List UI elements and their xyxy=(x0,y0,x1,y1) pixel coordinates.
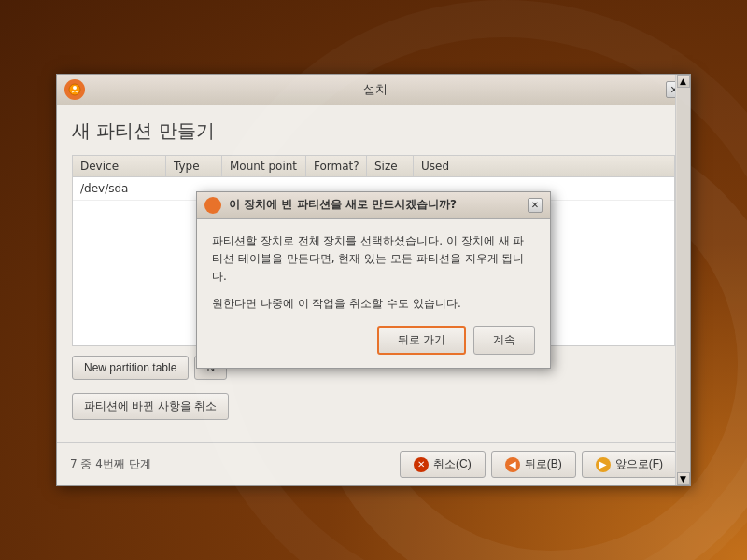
modal-overlay: 이 장치에 빈 파티션을 새로 만드시겠습니까? ✕ 파티션할 장치로 전체 장… xyxy=(57,75,690,485)
modal-back-button[interactable]: 뒤로 가기 xyxy=(377,326,466,355)
modal-text-1: 파티션할 장치로 전체 장치를 선택하셨습니다. 이 장치에 새 파티션 테이블… xyxy=(212,232,535,287)
main-window: 설치 ✕ 새 파티션 만들기 Device Type Mount point F… xyxy=(56,74,691,486)
modal-buttons: 뒤로 가기 계속 xyxy=(197,326,550,368)
modal-dialog: 이 장치에 빈 파티션을 새로 만드시겠습니까? ✕ 파티션할 장치로 전체 장… xyxy=(196,191,551,370)
modal-continue-button[interactable]: 계속 xyxy=(473,326,535,355)
modal-text-2: 원한다면 나중에 이 작업을 취소할 수도 있습니다. xyxy=(212,295,535,313)
modal-body: 파티션할 장치로 전체 장치를 선택하셨습니다. 이 장치에 새 파티션 테이블… xyxy=(197,219,550,327)
modal-title-bar: 이 장치에 빈 파티션을 새로 만드시겠습니까? ✕ xyxy=(197,192,550,219)
modal-icon xyxy=(204,197,221,214)
modal-close-button[interactable]: ✕ xyxy=(528,198,543,213)
modal-title: 이 장치에 빈 파티션을 새로 만드시겠습니까? xyxy=(229,197,520,213)
